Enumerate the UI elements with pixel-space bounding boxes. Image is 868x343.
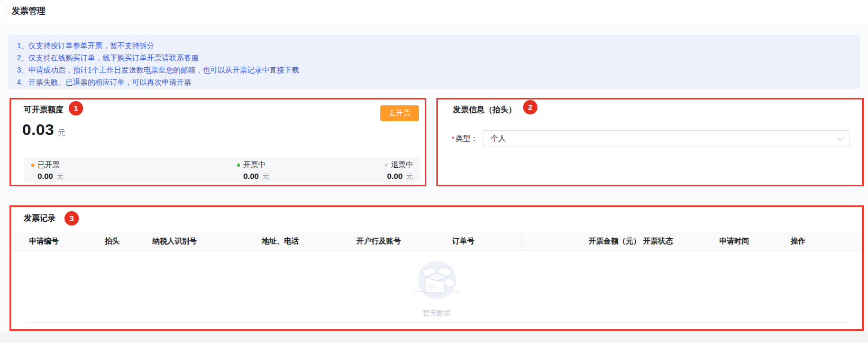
stat-invoiced-value: 0.00 xyxy=(38,172,53,180)
top-header-bar: 发票管理 xyxy=(0,0,868,24)
stat-invoicing-unit: 元 xyxy=(262,172,269,182)
stat-invoiced-unit: 元 xyxy=(57,172,63,182)
go-invoice-button[interactable]: 去开票 xyxy=(380,105,419,121)
stat-invoicing: 开票中 0.00 元 xyxy=(237,160,269,182)
records-table-header: 申请编号 抬头 纳税人识别号 地址、电话 开户行及账号 订单号 开票金额（元） … xyxy=(11,232,862,251)
notice-line-1: 1、仅支持按订单整单开票，暂不支持拆分 xyxy=(17,40,851,52)
col-order-no: 订单号 xyxy=(452,237,474,246)
stat-refunding-label: 退票中 xyxy=(391,160,413,170)
type-field-label-row: * 类型： xyxy=(452,134,478,143)
stat-invoiced-label: 已开票 xyxy=(38,160,60,170)
quota-stats-bar: 已开票 0.00 元 开票中 0.00 元 xyxy=(24,157,421,182)
col-title: 抬头 xyxy=(105,237,120,246)
quota-amount: 0.03 元 xyxy=(22,121,65,139)
quota-amount-unit: 元 xyxy=(58,128,65,138)
collapsed-nav-circle[interactable] xyxy=(0,1,7,20)
invoice-management-page: 发票管理 1、仅支持按订单整单开票，暂不支持拆分 2、仅支持在线购买订单，线下购… xyxy=(0,0,868,343)
annotation-badge-3: 3 xyxy=(65,211,79,225)
col-invoice-amount: 开票金额（元） xyxy=(589,237,641,246)
stat-invoicing-value: 0.00 xyxy=(243,172,259,180)
invoiced-dot-icon xyxy=(31,164,34,167)
refunding-dot-icon xyxy=(385,164,388,167)
quota-amount-value: 0.03 xyxy=(22,121,54,139)
stat-refunding: 退票中 0.00 元 xyxy=(385,160,413,182)
quota-panel: 可开票额度 1 去开票 0.03 元 已开票 0.00 元 开票中 xyxy=(10,98,426,186)
empty-box-icon xyxy=(409,260,464,303)
empty-text: 暂无数据 xyxy=(11,309,862,318)
col-address-phone: 地址、电话 xyxy=(262,237,299,246)
col-operation: 操作 xyxy=(791,237,806,246)
column-divider xyxy=(521,235,522,248)
type-field-label: 类型： xyxy=(455,134,478,143)
empty-state: 暂无数据 xyxy=(11,260,862,318)
col-invoice-status: 开票状态 xyxy=(643,237,673,246)
notice-box: 1、仅支持按订单整单开票，暂不支持拆分 2、仅支持在线购买订单，线下购买订单开票… xyxy=(8,35,860,89)
page-title: 发票管理 xyxy=(12,6,45,17)
col-apply-time: 申请时间 xyxy=(719,237,749,246)
col-taxpayer-id: 纳税人识别号 xyxy=(152,237,197,246)
stat-refunding-value: 0.00 xyxy=(387,172,403,180)
stat-refunding-unit: 元 xyxy=(406,172,413,182)
col-application-no: 申请编号 xyxy=(29,237,59,246)
stat-invoicing-label: 开票中 xyxy=(243,160,266,170)
annotation-badge-2: 2 xyxy=(523,100,537,114)
col-bank-account: 开户行及账号 xyxy=(357,237,401,246)
records-panel-title: 发票记录 xyxy=(24,213,56,223)
quota-panel-title: 可开票额度 xyxy=(24,105,63,115)
notice-line-2: 2、仅支持在线购买订单，线下购买订单开票请联系客服 xyxy=(17,52,851,64)
invoicing-dot-icon xyxy=(237,164,240,167)
page-bottom-strip xyxy=(0,332,868,343)
invoice-info-panel-title: 发票信息（抬头） xyxy=(453,105,516,115)
type-select-value: 个人 xyxy=(491,134,837,143)
required-mark: * xyxy=(452,134,454,143)
table-bottom-divider xyxy=(27,322,849,323)
notice-line-4: 4、开票失败、已退票的相应订单，可以再次申请开票 xyxy=(17,76,851,88)
notice-line-3: 3、申请成功后，预计1个工作日发送数电票至您的邮箱，也可以从开票记录中直接下载 xyxy=(17,64,851,76)
annotation-badge-1: 1 xyxy=(69,101,83,115)
records-panel: 发票记录 3 申请编号 抬头 纳税人识别号 地址、电话 开户行及账号 订单号 开… xyxy=(10,205,864,331)
invoice-info-panel: 发票信息（抬头） 2 * 类型： 个人 xyxy=(436,98,864,186)
stat-invoiced: 已开票 0.00 元 xyxy=(31,160,63,182)
type-select[interactable]: 个人 xyxy=(483,130,849,147)
chevron-down-icon xyxy=(837,134,844,141)
